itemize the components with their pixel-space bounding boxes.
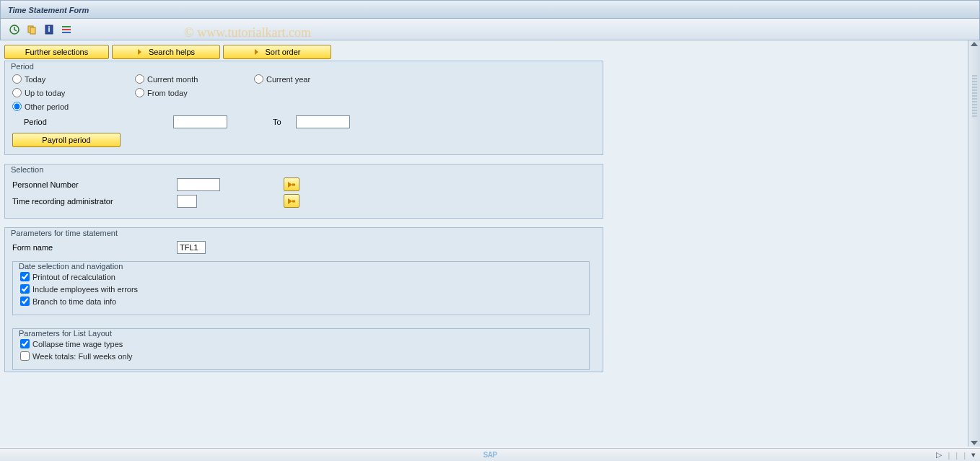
variant-icon[interactable] xyxy=(25,23,38,36)
arrow-right-icon xyxy=(287,181,296,188)
content-area: Further selections Search helps Sort ord… xyxy=(0,40,980,447)
arrow-right-icon xyxy=(287,198,296,205)
time-admin-multi-button[interactable] xyxy=(284,194,299,208)
payroll-period-button[interactable]: Payroll period xyxy=(12,133,121,147)
status-bar: SAP ▷ | | | ▾ xyxy=(0,448,980,461)
radio-today-input[interactable] xyxy=(12,74,22,84)
radio-current-month-input[interactable] xyxy=(135,74,144,84)
radio-other-period-input[interactable] xyxy=(12,102,22,111)
info-icon[interactable]: i xyxy=(43,23,56,36)
check-include-errors[interactable]: Include employees with errors xyxy=(20,284,582,294)
further-selections-button[interactable]: Further selections xyxy=(4,45,109,59)
list-layout-title: Parameters for List Layout xyxy=(17,329,113,338)
date-nav-title: Date selection and navigation xyxy=(17,262,124,271)
toolbar: i xyxy=(0,19,980,40)
radio-up-to-today-input[interactable] xyxy=(12,88,22,97)
scroll-down-icon[interactable] xyxy=(971,441,978,445)
time-admin-label: Time recording administrator xyxy=(12,197,171,206)
parameters-group-title: Parameters for time statement xyxy=(9,229,119,237)
check-branch[interactable]: Branch to time data info xyxy=(20,297,582,306)
check-week-totals-input[interactable] xyxy=(20,351,30,361)
sort-order-button[interactable]: Sort order xyxy=(223,45,331,59)
radio-current-year[interactable]: Current year xyxy=(254,74,362,84)
check-printout[interactable]: Printout of recalculation xyxy=(20,272,582,281)
sap-logo: SAP xyxy=(483,451,496,459)
radio-from-today[interactable]: From today xyxy=(135,88,254,97)
svg-text:i: i xyxy=(48,25,50,33)
check-printout-input[interactable] xyxy=(20,272,30,281)
period-group-title: Period xyxy=(9,62,35,71)
check-week-totals[interactable]: Week totals: Full weeks only xyxy=(20,351,582,361)
scrollbar[interactable] xyxy=(968,40,980,447)
svg-rect-9 xyxy=(292,200,295,202)
execute-icon[interactable] xyxy=(8,23,21,36)
scroll-up-icon[interactable] xyxy=(971,42,978,46)
parameters-group: Parameters for time statement Form name … xyxy=(4,227,603,372)
scroll-texture xyxy=(972,75,977,118)
radio-today[interactable]: Today xyxy=(12,74,135,84)
to-label: To xyxy=(273,118,281,126)
form-name-input[interactable] xyxy=(177,241,206,254)
svg-rect-5 xyxy=(62,26,71,27)
svg-rect-6 xyxy=(62,29,71,30)
period-from-input[interactable] xyxy=(173,115,227,128)
personnel-number-input[interactable] xyxy=(177,178,220,191)
personnel-number-multi-button[interactable] xyxy=(284,177,299,191)
radio-from-today-input[interactable] xyxy=(135,88,144,97)
date-nav-group: Date selection and navigation Printout o… xyxy=(12,261,590,315)
personnel-number-label: Personnel Number xyxy=(12,180,171,189)
period-to-input[interactable] xyxy=(296,115,350,128)
period-label: Period xyxy=(12,118,167,126)
svg-rect-8 xyxy=(292,183,295,185)
time-admin-input[interactable] xyxy=(177,195,197,208)
title-bar: Time Statement Form xyxy=(0,0,980,19)
selection-group: Selection Personnel Number Time recordin… xyxy=(4,164,603,219)
check-include-errors-input[interactable] xyxy=(20,284,30,294)
period-group: Period Today Up to today Other period xyxy=(4,61,603,155)
check-branch-input[interactable] xyxy=(20,297,30,306)
form-name-label: Form name xyxy=(12,243,171,252)
button-row: Further selections Search helps Sort ord… xyxy=(4,45,963,59)
svg-rect-2 xyxy=(30,27,35,34)
radio-up-to-today[interactable]: Up to today xyxy=(12,88,135,97)
search-helps-button[interactable]: Search helps xyxy=(112,45,220,59)
arrow-right-icon xyxy=(254,48,261,56)
selection-group-title: Selection xyxy=(9,165,45,174)
radio-other-period[interactable]: Other period xyxy=(12,102,135,111)
main-panel: Further selections Search helps Sort ord… xyxy=(0,40,968,447)
status-nav-icon[interactable]: ▷ xyxy=(936,450,942,460)
list-layout-group: Parameters for List Layout Collapse time… xyxy=(12,328,590,370)
status-menu-icon[interactable]: ▾ xyxy=(971,450,976,460)
radio-current-year-input[interactable] xyxy=(254,74,263,84)
radio-current-month[interactable]: Current month xyxy=(135,74,254,84)
check-collapse-input[interactable] xyxy=(20,339,30,348)
list-icon[interactable] xyxy=(60,23,73,36)
page-title: Time Statement Form xyxy=(8,6,89,14)
check-collapse[interactable]: Collapse time wage types xyxy=(20,339,582,348)
arrow-right-icon xyxy=(137,48,144,56)
svg-rect-7 xyxy=(62,32,71,33)
